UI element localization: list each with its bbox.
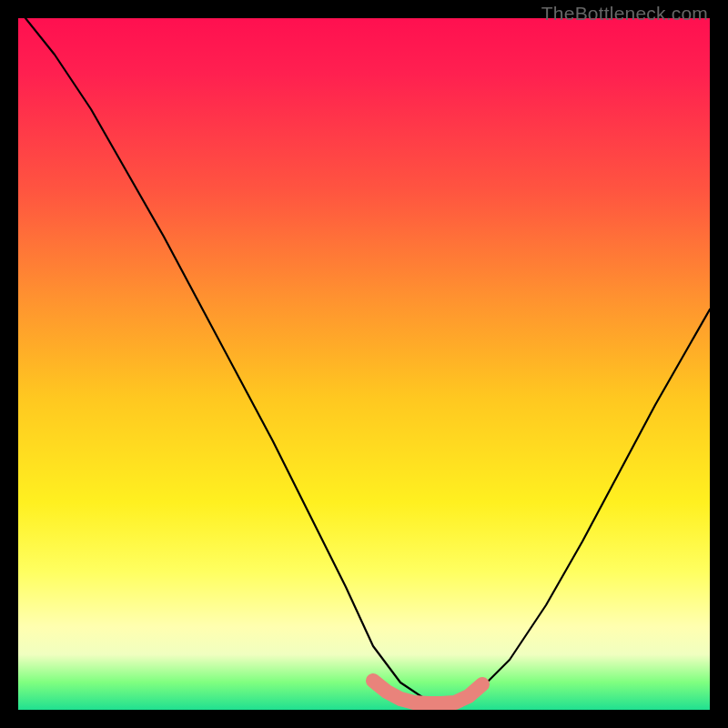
chart-container: TheBottleneck.com — [0, 0, 728, 728]
bottleneck-curve — [18, 18, 710, 701]
chart-svg — [18, 18, 710, 710]
watermark-text: TheBottleneck.com — [541, 3, 708, 25]
optimal-range-marker — [373, 681, 482, 703]
